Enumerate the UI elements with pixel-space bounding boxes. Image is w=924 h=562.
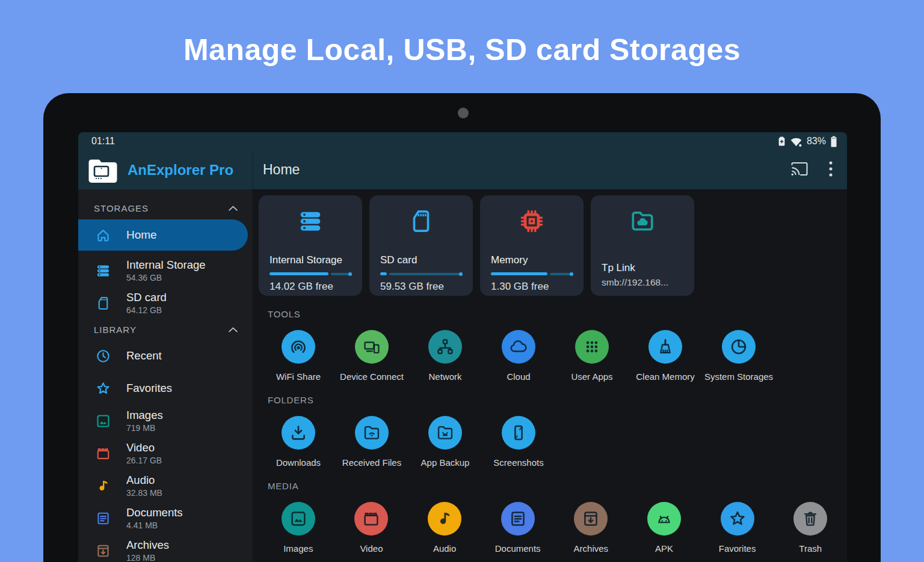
tool-label: WiFi Share — [276, 371, 321, 382]
chevron-up-icon[interactable] — [228, 325, 238, 335]
media-label: Favorites — [719, 543, 756, 554]
tool-user-apps[interactable]: User Apps — [555, 330, 629, 382]
star-icon — [95, 380, 111, 397]
tool-wifi-share[interactable]: WiFi Share — [262, 330, 335, 382]
top-bar: 01:11 83% — [78, 132, 847, 189]
media-video[interactable]: Video — [335, 502, 408, 554]
document-icon — [501, 502, 535, 536]
tool-network[interactable]: Network — [408, 330, 482, 382]
storage-icon — [95, 263, 111, 279]
media-row: Images Video Audio — [259, 502, 847, 554]
app-bar: AnExplorer Pro Home — [78, 150, 847, 189]
camera-dot — [458, 108, 469, 118]
media-trash[interactable]: Trash — [774, 502, 847, 554]
android-icon — [647, 502, 681, 536]
card-internal-storage[interactable]: Internal Storage 14.02 GB free — [259, 195, 362, 296]
tool-label: Device Connect — [340, 371, 404, 382]
sidebar-item-size: 54.36 GB — [126, 273, 206, 283]
card-tp-link[interactable]: Tp Link smb://192.168... — [591, 195, 694, 296]
device-connect-icon — [355, 330, 389, 364]
tool-system-storages[interactable]: System Storages — [702, 330, 775, 382]
tool-label: Clean Memory — [636, 371, 695, 382]
sidebar-item-recent[interactable]: Recent — [78, 340, 253, 372]
app-brand: AnExplorer Pro — [78, 150, 253, 189]
status-bar: 01:11 83% — [78, 132, 847, 150]
card-title: Memory — [491, 254, 573, 266]
tool-clean-memory[interactable]: Clean Memory — [629, 330, 702, 382]
status-time: 01:11 — [91, 136, 115, 147]
media-label: Trash — [799, 543, 822, 554]
sidebar-item-size: 128 MB — [126, 553, 169, 562]
folder-label: Screenshots — [493, 457, 543, 468]
memory-chip-icon — [518, 207, 546, 235]
sidebar-item-label: Audio — [126, 474, 162, 486]
sidebar-item-size: 64.12 GB — [126, 305, 167, 315]
usage-progress-bar — [491, 272, 573, 275]
tool-label: System Storages — [704, 371, 773, 382]
card-free-space: 14.02 GB free — [270, 281, 351, 293]
card-free-space: 59.53 GB free — [380, 281, 462, 293]
folder-screenshots[interactable]: Screenshots — [482, 416, 555, 468]
broom-icon — [648, 330, 682, 364]
card-title: Internal Storage — [270, 254, 351, 266]
cloud-icon — [502, 330, 535, 364]
folder-app-backup[interactable]: App Backup — [408, 416, 482, 468]
sidebar-item-video[interactable]: Video 26.17 GB — [78, 437, 253, 469]
folder-label: Received Files — [342, 457, 401, 468]
sidebar-section-library[interactable]: LIBRARY — [78, 319, 253, 340]
chevron-up-icon[interactable] — [228, 203, 238, 213]
download-icon — [282, 416, 315, 450]
sidebar-item-label: Internal Storage — [126, 258, 206, 271]
sidebar-item-archives[interactable]: Archives 128 MB — [78, 534, 253, 562]
storage-cards-row: Internal Storage 14.02 GB free SD card — [259, 195, 847, 296]
media-label: Audio — [433, 543, 456, 554]
app-name: AnExplorer Pro — [128, 162, 233, 179]
card-subtitle: smb://192.168... — [602, 277, 683, 288]
folder-android-icon — [428, 416, 462, 450]
pie-chart-icon — [722, 330, 756, 364]
media-audio[interactable]: Audio — [408, 502, 481, 554]
tool-device-connect[interactable]: Device Connect — [335, 330, 408, 382]
tool-cloud[interactable]: Cloud — [482, 330, 555, 382]
sidebar-item-documents[interactable]: Documents 4.41 MB — [78, 502, 253, 534]
sidebar-item-audio[interactable]: Audio 32.83 MB — [78, 469, 253, 502]
media-images[interactable]: Images — [262, 502, 335, 554]
media-label: Archives — [574, 543, 609, 554]
sidebar-item-label: Documents — [126, 506, 183, 519]
sidebar-item-favorites[interactable]: Favorites — [78, 372, 253, 405]
card-free-space: 1.30 GB free — [491, 281, 573, 293]
video-icon — [354, 502, 388, 536]
folder-wifi-icon — [355, 416, 389, 450]
battery-percent: 83% — [807, 136, 826, 147]
clock-icon — [95, 348, 111, 364]
sidebar-item-images[interactable]: Images 719 MB — [78, 405, 253, 437]
sidebar-item-label: Favorites — [126, 382, 172, 394]
sidebar-item-label: Archives — [126, 539, 169, 551]
overflow-menu-button[interactable] — [829, 161, 833, 179]
audio-icon — [428, 502, 461, 536]
folder-received-files[interactable]: Received Files — [335, 416, 408, 468]
card-title: SD card — [380, 254, 462, 266]
folders-row: Downloads Received Files App Backup — [259, 416, 847, 468]
media-favorites[interactable]: Favorites — [701, 502, 774, 554]
media-label: APK — [655, 543, 673, 554]
sidebar-section-storages[interactable]: STORAGES — [78, 198, 253, 218]
media-documents[interactable]: Documents — [481, 502, 555, 554]
media-archives[interactable]: Archives — [555, 502, 628, 554]
sidebar-item-home[interactable]: Home — [78, 219, 248, 251]
cast-button[interactable] — [790, 161, 808, 179]
tool-label: Cloud — [507, 371, 530, 382]
usage-progress-bar — [380, 272, 462, 275]
sidebar-item-sd-card[interactable]: SD card 64.12 GB — [78, 287, 253, 319]
media-apk[interactable]: APK — [627, 502, 701, 554]
card-sd-card[interactable]: SD card 59.53 GB free — [369, 195, 473, 296]
battery-saver-icon — [778, 136, 786, 147]
sidebar: STORAGES Home Internal Storage 54.36 — [78, 189, 253, 562]
card-memory[interactable]: Memory 1.30 GB free — [480, 195, 584, 296]
folder-downloads[interactable]: Downloads — [262, 416, 335, 468]
sidebar-item-internal-storage[interactable]: Internal Storage 54.36 GB — [78, 254, 253, 287]
battery-icon — [830, 136, 837, 147]
network-folder-icon — [629, 207, 656, 235]
sidebar-item-label: Home — [126, 228, 157, 242]
media-label: Documents — [495, 543, 541, 554]
